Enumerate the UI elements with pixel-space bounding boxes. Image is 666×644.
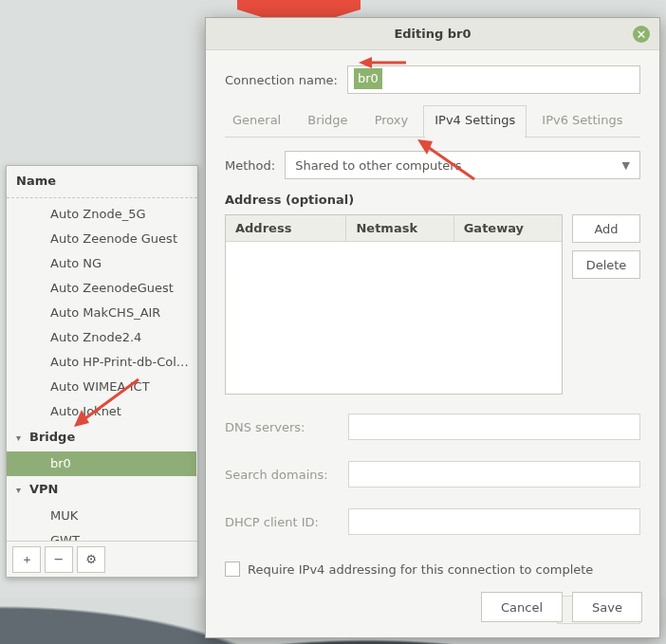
search-domains-label: Search domains: (225, 468, 339, 482)
plus-icon: ＋ (21, 551, 33, 568)
address-section-label: Address (optional) (225, 193, 640, 207)
connection-name-value: br0 (354, 68, 382, 89)
list-item[interactable]: Auto HP-Print-db-Color LaserJet (7, 350, 196, 375)
list-item[interactable]: Auto Zeenode Guest (7, 227, 196, 251)
edit-connection-dialog: Editing br0 ✕ Connection name: br0 Gener… (205, 17, 660, 638)
list-item[interactable]: Auto NG (7, 251, 196, 276)
category-label: VPN (29, 482, 58, 496)
method-dropdown[interactable]: Shared to other computers ▼ (285, 151, 640, 179)
column-header-name[interactable]: Name (7, 166, 197, 198)
list-item[interactable]: Auto Znode_5G (7, 202, 196, 227)
cancel-button[interactable]: Cancel (481, 592, 563, 622)
method-value: Shared to other computers (295, 158, 461, 173)
connection-name-input[interactable]: br0 (347, 65, 640, 94)
gear-icon: ⚙ (85, 552, 97, 566)
chevron-down-icon: ▼ (622, 159, 630, 172)
tabs: General Bridge Proxy IPv4 Settings IPv6 … (225, 105, 640, 138)
address-table[interactable]: Address Netmask Gateway (225, 214, 563, 395)
tab-ipv4-settings[interactable]: IPv4 Settings (429, 105, 521, 137)
dns-label: DNS servers: (225, 420, 339, 434)
dhcp-client-id-input[interactable] (348, 508, 640, 535)
tab-bridge[interactable]: Bridge (302, 105, 353, 137)
list-item[interactable]: Auto ZeenodeGuest (7, 276, 196, 301)
address-table-header: Address Netmask Gateway (226, 215, 562, 242)
chevron-down-icon: ▾ (16, 479, 26, 502)
tab-proxy[interactable]: Proxy (369, 105, 415, 137)
method-label: Method: (225, 158, 275, 173)
tab-ipv6-settings[interactable]: IPv6 Settings (536, 105, 628, 137)
dialog-footer: Cancel Save (206, 579, 659, 637)
close-button[interactable]: ✕ (633, 26, 650, 43)
list-item[interactable]: Auto Znode2.4 (7, 325, 196, 350)
list-item[interactable]: Auto WIMEA-ICT (7, 375, 196, 399)
category-label: Bridge (29, 430, 75, 444)
connections-tree: Auto Znode_5G Auto Zeenode Guest Auto NG… (7, 198, 197, 553)
remove-connection-button[interactable]: − (45, 546, 73, 573)
add-connection-button[interactable]: ＋ (12, 546, 41, 573)
col-gateway[interactable]: Gateway (454, 215, 562, 241)
list-item-br0[interactable]: br0 (7, 451, 196, 476)
col-address[interactable]: Address (226, 215, 346, 241)
dns-input[interactable] (348, 414, 640, 440)
search-domains-input[interactable] (348, 461, 640, 488)
category-vpn[interactable]: ▾VPN (7, 476, 197, 504)
chevron-down-icon: ▾ (16, 427, 26, 450)
close-icon: ✕ (637, 28, 647, 41)
minus-icon: − (54, 552, 65, 566)
network-connections-window: Name Auto Znode_5G Auto Zeenode Guest Au… (6, 165, 198, 578)
add-address-button[interactable]: Add (572, 214, 640, 243)
settings-connection-button[interactable]: ⚙ (77, 546, 105, 573)
dialog-body: Connection name: br0 General Bridge Prox… (206, 50, 659, 639)
dialog-titlebar: Editing br0 ✕ (206, 18, 659, 50)
dhcp-client-id-label: DHCP client ID: (225, 515, 339, 529)
dialog-title: Editing br0 (394, 27, 471, 41)
list-item[interactable]: MUK (7, 504, 196, 528)
require-ipv4-label: Require IPv4 addressing for this connect… (248, 562, 593, 577)
connections-toolbar: ＋ − ⚙ (7, 541, 197, 577)
col-netmask[interactable]: Netmask (346, 215, 453, 241)
category-bridge[interactable]: ▾Bridge (7, 424, 197, 451)
list-item[interactable]: Auto MakCHS_AIR (7, 301, 196, 325)
delete-address-button[interactable]: Delete (572, 250, 640, 279)
tab-general[interactable]: General (227, 105, 287, 137)
save-button[interactable]: Save (572, 592, 642, 622)
require-ipv4-checkbox[interactable] (225, 561, 240, 577)
list-item[interactable]: Auto Joknet (7, 399, 196, 424)
connection-name-label: Connection name: (225, 73, 338, 87)
